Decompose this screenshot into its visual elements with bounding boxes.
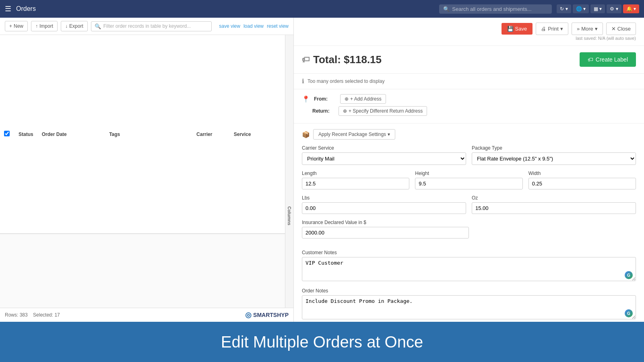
- right-panel-header: 💾 Save 🖨 Print ▾ » More ▾ ✕: [294, 18, 644, 46]
- tags-header: Tags: [105, 35, 192, 234]
- apply-settings-button[interactable]: Apply Recent Package Settings ▾: [313, 129, 395, 140]
- reset-view-btn[interactable]: reset view: [267, 23, 289, 29]
- address-section: 📍 From: ⊕ + Add Address Return: ⊕ + Spec…: [294, 89, 644, 123]
- grammarly-icon-2: G: [625, 309, 633, 317]
- rows-count: Rows: 383 Selected: 17: [5, 312, 60, 318]
- from-address-row: 📍 From: ⊕ + Add Address: [302, 94, 636, 104]
- close-icon: ✕: [611, 26, 616, 32]
- export-button[interactable]: ↓ Export: [61, 21, 88, 31]
- notification-btn[interactable]: 🔔 ▾: [623, 4, 639, 13]
- dimensions-grid: Length Height Width: [302, 171, 636, 189]
- global-search-input[interactable]: [452, 6, 541, 12]
- gear-btn[interactable]: ⚙ ▾: [607, 4, 621, 13]
- refresh-btn[interactable]: ↻ ▾: [557, 4, 571, 13]
- insurance-input[interactable]: [302, 227, 469, 239]
- service-header: Service: [230, 35, 285, 234]
- return-address-row: Return: ⊕ + Specify Different Return Add…: [302, 106, 636, 116]
- left-panel: + New ↑ Import ↓ Export 🔍 save view load…: [0, 18, 294, 322]
- more-button[interactable]: » More ▾: [572, 23, 603, 35]
- insurance-label: Insurance Declared Value in $: [302, 220, 636, 225]
- filter-carrier-col: ▼: [192, 234, 230, 308]
- from-label: From:: [314, 96, 336, 102]
- info-section: ℹ Too many orders selected to display: [294, 74, 644, 89]
- filter-status-col: ▼: [14, 234, 38, 308]
- width-group: Width: [528, 171, 636, 189]
- search-icon: 🔍: [443, 6, 450, 12]
- orders-toolbar: + New ↑ Import ↓ Export 🔍 save view load…: [0, 18, 293, 35]
- width-input[interactable]: [528, 178, 636, 189]
- columns-sidebar[interactable]: Columns: [285, 35, 293, 308]
- save-view-btn[interactable]: save view: [219, 23, 240, 29]
- view-actions: save view load view reset view: [219, 23, 289, 29]
- insurance-group: Insurance Declared Value in $: [302, 220, 636, 239]
- close-button[interactable]: ✕ Close: [606, 23, 636, 35]
- package-section-header: 📦 Apply Recent Package Settings ▾: [302, 129, 636, 140]
- select-all-checkbox[interactable]: [4, 131, 10, 136]
- hamburger-icon[interactable]: ☰: [5, 4, 11, 13]
- app-title: Orders: [16, 5, 434, 12]
- import-button[interactable]: ↑ Import: [31, 21, 58, 31]
- right-header-right: 💾 Save 🖨 Print ▾ » More ▾ ✕: [502, 23, 636, 41]
- location-icon: 📍: [302, 95, 310, 103]
- order-notes-textarea[interactable]: Include Discount Promo in Package.: [302, 295, 636, 319]
- customer-notes-group: Customer Notes VIP Customer G: [302, 250, 636, 282]
- search-icon: 🔍: [95, 23, 101, 29]
- length-input[interactable]: [302, 178, 409, 189]
- order-notes-label: Order Notes: [302, 288, 636, 294]
- length-group: Length: [302, 171, 409, 189]
- lbs-label: Lbs: [302, 195, 466, 201]
- notes-section: Customer Notes VIP Customer G Order Note…: [294, 250, 644, 322]
- package-type-select[interactable]: Flat Rate Envelope (12.5" x 9.5"): [472, 152, 636, 165]
- filter-checkbox-col: [0, 234, 14, 308]
- table-search-input[interactable]: [103, 23, 196, 29]
- carrier-service-select[interactable]: Priority Mail: [302, 152, 466, 165]
- last-saved-text: last saved: N/A (will auto save): [502, 36, 636, 41]
- width-label: Width: [528, 171, 636, 176]
- carrier-package-grid: Carrier Service Priority Mail Package Ty…: [302, 145, 636, 165]
- weight-grid: Lbs Oz: [302, 195, 636, 214]
- smartshyp-logo: ◎ SMARTSHYP: [245, 311, 289, 319]
- table-search[interactable]: 🔍: [91, 21, 212, 31]
- orders-table: Status Order Date Tags Carrier Service C…: [0, 35, 293, 308]
- height-input[interactable]: [415, 178, 522, 189]
- export-icon: ↓: [65, 23, 68, 29]
- create-label-button[interactable]: 🏷 Create Label: [580, 52, 636, 67]
- specify-return-address-button[interactable]: ⊕ + Specify Different Return Address: [339, 106, 427, 116]
- add-address-button[interactable]: ⊕ + Add Address: [340, 94, 386, 104]
- oz-input[interactable]: [472, 202, 636, 214]
- right-panel: 💾 Save 🖨 Print ▾ » More ▾ ✕: [294, 18, 644, 322]
- lbs-input[interactable]: [302, 202, 466, 214]
- globe-btn[interactable]: 🌐 ▾: [573, 4, 589, 13]
- package-icon: 📦: [302, 131, 310, 138]
- carrier-service-label: Carrier Service: [302, 145, 466, 151]
- customer-notes-label: Customer Notes: [302, 250, 636, 255]
- return-label: Return:: [312, 108, 334, 114]
- new-button[interactable]: + New: [5, 21, 28, 31]
- height-group: Height: [415, 171, 522, 189]
- package-type-group: Package Type Flat Rate Envelope (12.5" x…: [472, 145, 636, 165]
- top-navigation: ☰ Orders 🔍 ↻ ▾ 🌐 ▾ ▦ ▾ ⚙ ▾ 🔔 ▾: [0, 0, 644, 18]
- status-header: Status: [14, 35, 38, 234]
- dropdown-icon: ▾: [388, 132, 390, 137]
- oz-group: Oz: [472, 195, 636, 214]
- logo-icon: ◎: [245, 311, 252, 319]
- nav-icons: ↻ ▾ 🌐 ▾ ▦ ▾ ⚙ ▾ 🔔 ▾: [557, 4, 639, 13]
- global-search[interactable]: 🔍: [439, 4, 552, 14]
- add-icon: ⊕: [343, 108, 347, 114]
- save-button[interactable]: 💾 Save: [502, 23, 533, 35]
- order-notes-group: Order Notes Include Discount Promo in Pa…: [302, 288, 636, 321]
- order-date-header: Order Date: [38, 35, 105, 234]
- label-icon: 🏷: [588, 56, 593, 63]
- filter-service-col: ▼: [230, 234, 285, 308]
- package-type-label: Package Type: [472, 145, 636, 151]
- main-layout: + New ↑ Import ↓ Export 🔍 save view load…: [0, 18, 644, 322]
- select-all-header[interactable]: [0, 35, 14, 234]
- load-view-btn[interactable]: load view: [244, 23, 264, 29]
- total-section: 🏷 Total: $118.15 🏷 Create Label: [294, 46, 644, 74]
- settings-group-btn[interactable]: ▦ ▾: [590, 4, 605, 13]
- length-label: Length: [302, 171, 409, 176]
- oz-label: Oz: [472, 195, 636, 201]
- more-icon: »: [577, 26, 580, 32]
- print-button[interactable]: 🖨 Print ▾: [536, 23, 568, 35]
- customer-notes-textarea[interactable]: VIP Customer: [302, 257, 636, 281]
